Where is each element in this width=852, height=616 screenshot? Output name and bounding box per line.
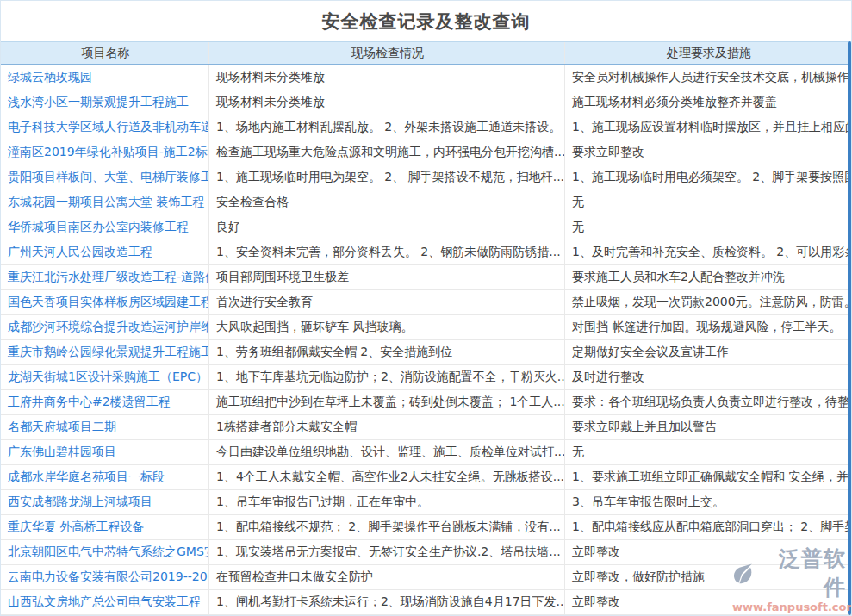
header-inspection-status: 现场检查情况 — [209, 42, 565, 64]
project-name-link[interactable]: 重庆市鹅岭公园绿化景观提升工程施工 — [1, 340, 209, 364]
inspection-status-cell: 1、闸机考勤打卡系统未运行；2、现场消防设施自4月17日下发... — [209, 590, 565, 614]
measures-cell: 要求立即戴上并且加以警告 — [565, 415, 851, 439]
safety-inspection-query-page: 安全检查记录及整改查询 项目名称 现场检查情况 处理要求及措施 绿城云栖玫瑰园 … — [0, 0, 852, 616]
table-row: 国色天香项目实体样板房区域园建工程 首次进行安全教育 禁止吸烟，发现一次罚款20… — [1, 290, 851, 315]
measures-cell: 要求施工人员和水车2人配合整改并冲洗 — [565, 265, 851, 289]
inspection-status-cell: 1、配电箱接线不规范； 2、脚手架操作平台跳板未满铺，没有... — [209, 515, 565, 539]
table-row: 潼南区2019年绿化补贴项目-施工2标段 检查施工现场重大危险点源和文明施工，内… — [1, 140, 851, 165]
project-name-link[interactable]: 东城花园一期项目公寓大堂 装饰工程 — [1, 190, 209, 215]
measures-cell: 定期做好安全会议及宣讲工作 — [565, 340, 851, 364]
table-row: 北京朝阳区电气中芯特气系统之GMS安装 1、现安装塔吊无方案报审、无签订安全生产… — [1, 540, 851, 565]
header-project-name: 项目名称 — [1, 42, 209, 64]
project-name-link[interactable]: 成都沙河环境综合提升改造运河护岸维修改造 — [1, 315, 209, 339]
table-row: 山西弘文房地产总公司电气安装工程 1、闸机考勤打卡系统未运行；2、现场消防设施自… — [1, 590, 851, 615]
table-body: 绿城云栖玫瑰园 现场材料未分类堆放 安全员对机械操作人员进行安全技术交底，机械操… — [1, 65, 851, 615]
measures-cell: 安全员对机械操作人员进行安全技术交底，机械操作人 员培 — [565, 65, 851, 90]
table-row: 王府井商务中心#2楼遗留工程 施工班组把中沙到在草坪上未覆盖；砖到处倒未覆盖； … — [1, 390, 851, 415]
table-row: 成都沙河环境综合提升改造运河护岸维修改造 大风吹起围挡，砸坏铲车 风挡玻璃。 对… — [1, 315, 851, 340]
measures-cell: 无 — [565, 440, 851, 464]
inspection-status-cell: 1、安全资料未完善，部分资料丢失。 2、钢筋未做防雨防锈措... — [209, 240, 565, 264]
inspection-status-cell: 现场材料未分类堆放 — [209, 65, 565, 90]
measures-cell: 1、配电箱接线应从配电箱底部洞口穿出； 2、脚手架操作 — [565, 515, 851, 539]
project-name-link[interactable]: 重庆华夏 外高桥工程设备 — [1, 515, 209, 539]
measures-cell: 对围挡 帐篷进行加固。现场规避风险，停工半天。 — [565, 315, 851, 339]
project-name-link[interactable]: 广州天河人民公园改造工程 — [1, 240, 209, 264]
measures-cell: 禁止吸烟，发现一次罚款2000元。注意防风，防雷。施工期 — [565, 290, 851, 314]
measures-cell: 立即整改 — [565, 540, 851, 564]
table-vertical-scrollbar[interactable] — [848, 41, 851, 615]
project-name-link[interactable]: 成都水岸华庭名苑项目一标段 — [1, 465, 209, 489]
measures-cell: 1、要求施工班组立即正确佩戴安全帽和 安全绳，并立即纠 — [565, 465, 851, 489]
table-row: 广州天河人民公园改造工程 1、安全资料未完善，部分资料丢失。 2、钢筋未做防雨防… — [1, 240, 851, 265]
table-row: 贵阳项目样板间、大堂、电梯厅装修工程 1、施工现场临时用电为架空。 2、 脚手架… — [1, 165, 851, 190]
project-name-link[interactable]: 浅水湾小区一期景观提升工程施工 — [1, 90, 209, 115]
inspection-status-cell: 今日由建设单位组织地勘、设计、监理、施工、质检单位对试打... — [209, 440, 565, 464]
inspection-status-cell: 项目部周围环境卫生极差 — [209, 265, 565, 289]
inspection-status-cell: 1栋搭建者部分未戴安全帽 — [209, 415, 565, 439]
table-row: 成都水岸华庭名苑项目一标段 1、4个工人未戴安全帽、高空作业2人未挂安全绳。无跳… — [1, 465, 851, 490]
inspection-table: 项目名称 现场检查情况 处理要求及措施 绿城云栖玫瑰园 现场材料未分类堆放 安全… — [1, 41, 851, 615]
table-row: 电子科技大学区域人行道及非机动车道工程 1、场地内施工材料乱摆乱放。 2、外架未… — [1, 115, 851, 140]
measures-cell: 施工现场材料必须分类堆放整齐并覆盖 — [565, 90, 851, 115]
table-row: 重庆市鹅岭公园绿化景观提升工程施工 1、劳务班组都佩戴安全帽 2、安全措施到位 … — [1, 340, 851, 365]
table-row: 重庆华夏 外高桥工程设备 1、配电箱接线不规范； 2、脚手架操作平台跳板未满铺，… — [1, 515, 851, 540]
inspection-status-cell: 安全检查合格 — [209, 190, 565, 215]
page-title: 安全检查记录及整改查询 — [1, 1, 851, 41]
inspection-status-cell: 在预留检查井口未做安全防护 — [209, 565, 565, 589]
project-name-link[interactable]: 名都天府城项目二期 — [1, 415, 209, 439]
table-row: 重庆江北污水处理厂级改造工程-道路修复 项目部周围环境卫生极差 要求施工人员和水… — [1, 265, 851, 290]
table-header-row: 项目名称 现场检查情况 处理要求及措施 — [1, 41, 851, 65]
table-row: 广东佛山碧桂园项目 今日由建设单位组织地勘、设计、监理、施工、质检单位对试打..… — [1, 440, 851, 465]
measures-cell: 立即整改，做好防护措施 — [565, 565, 851, 589]
project-name-link[interactable]: 北京朝阳区电气中芯特气系统之GMS安装 — [1, 540, 209, 564]
inspection-status-cell: 首次进行安全教育 — [209, 290, 565, 314]
project-name-link[interactable]: 龙湖天街城1区设计采购施工（EPC）总承包 — [1, 365, 209, 389]
measures-cell: 无 — [565, 215, 851, 240]
inspection-status-cell: 检查施工现场重大危险点源和文明施工，内环强电分包开挖沟槽... — [209, 140, 565, 165]
project-name-link[interactable]: 电子科技大学区域人行道及非机动车道工程 — [1, 115, 209, 140]
project-name-link[interactable]: 华侨城项目南区办公室内装修工程 — [1, 215, 209, 240]
inspection-status-cell: 1、现安装塔吊无方案报审、无签订安全生产协议.2、塔吊扶墙... — [209, 540, 565, 564]
inspection-status-cell: 1、劳务班组都佩戴安全帽 2、安全措施到位 — [209, 340, 565, 364]
project-name-link[interactable]: 国色天香项目实体样板房区域园建工程 — [1, 290, 209, 314]
inspection-status-cell: 1、施工现场临时用电为架空。 2、 脚手架搭设不规范，扫地杆... — [209, 165, 565, 190]
inspection-status-cell: 1、4个工人未戴安全帽、高空作业2人未挂安全绳。无跳板搭设... — [209, 465, 565, 489]
header-measures: 处理要求及措施 — [565, 42, 851, 64]
project-name-link[interactable]: 重庆江北污水处理厂级改造工程-道路修复 — [1, 265, 209, 289]
measures-cell: 立即整改 — [565, 590, 851, 614]
inspection-status-cell: 1、地下车库基坑无临边防护；2、消防设施配置不全，干粉灭火... — [209, 365, 565, 389]
measures-cell: 3、吊车年审报告限时上交。 — [565, 490, 851, 514]
project-name-link[interactable]: 云南电力设备安装有限公司2019--2020年度 — [1, 565, 209, 589]
table-row: 名都天府城项目二期 1栋搭建者部分未戴安全帽 要求立即戴上并且加以警告 — [1, 415, 851, 440]
table-row: 龙湖天街城1区设计采购施工（EPC）总承包 1、地下车库基坑无临边防护；2、消防… — [1, 365, 851, 390]
measures-cell: 1、及时完善和补充安全、质检资料。 2、可以用彩条布进 — [565, 240, 851, 264]
inspection-status-cell: 施工班组把中沙到在草坪上未覆盖；砖到处倒未覆盖； 1个工人... — [209, 390, 565, 414]
measures-cell: 要求立即整改 — [565, 140, 851, 165]
project-name-link[interactable]: 绿城云栖玫瑰园 — [1, 65, 209, 90]
table-row: 华侨城项目南区办公室内装修工程 良好 无 — [1, 215, 851, 240]
measures-cell: 无 — [565, 190, 851, 215]
inspection-status-cell: 现场材料未分类堆放 — [209, 90, 565, 115]
inspection-status-cell: 1、场地内施工材料乱摆乱放。 2、外架未搭设施工通道未搭设。 — [209, 115, 565, 140]
measures-cell: 1、施工现场应设置材料临时摆放区，并且挂上相应的警示 — [565, 115, 851, 140]
project-name-link[interactable]: 贵阳项目样板间、大堂、电梯厅装修工程 — [1, 165, 209, 190]
project-name-link[interactable]: 山西弘文房地产总公司电气安装工程 — [1, 590, 209, 614]
project-name-link[interactable]: 潼南区2019年绿化补贴项目-施工2标段 — [1, 140, 209, 165]
inspection-status-cell: 良好 — [209, 215, 565, 240]
measures-cell: 及时进行整改 — [565, 365, 851, 389]
table-row: 云南电力设备安装有限公司2019--2020年度 在预留检查井口未做安全防护 立… — [1, 565, 851, 590]
table-row: 浅水湾小区一期景观提升工程施工 现场材料未分类堆放 施工现场材料必须分类堆放整齐… — [1, 90, 851, 115]
table-row: 东城花园一期项目公寓大堂 装饰工程 安全检查合格 无 — [1, 190, 851, 215]
measures-cell: 要求：各个班组现场负责人负责立即进行整改，待整改完毕 — [565, 390, 851, 414]
inspection-status-cell: 大风吹起围挡，砸坏铲车 风挡玻璃。 — [209, 315, 565, 339]
project-name-link[interactable]: 西安成都路龙湖上河城项目 — [1, 490, 209, 514]
project-name-link[interactable]: 广东佛山碧桂园项目 — [1, 440, 209, 464]
measures-cell: 1、施工现场临时用电必须架空。 2、脚手架要按照国家标 — [565, 165, 851, 190]
inspection-status-cell: 1、吊车年审报告已过期，正在年审中。 — [209, 490, 565, 514]
table-row: 西安成都路龙湖上河城项目 1、吊车年审报告已过期，正在年审中。 3、吊车年审报告… — [1, 490, 851, 515]
table-row: 绿城云栖玫瑰园 现场材料未分类堆放 安全员对机械操作人员进行安全技术交底，机械操… — [1, 65, 851, 90]
project-name-link[interactable]: 王府井商务中心#2楼遗留工程 — [1, 390, 209, 414]
